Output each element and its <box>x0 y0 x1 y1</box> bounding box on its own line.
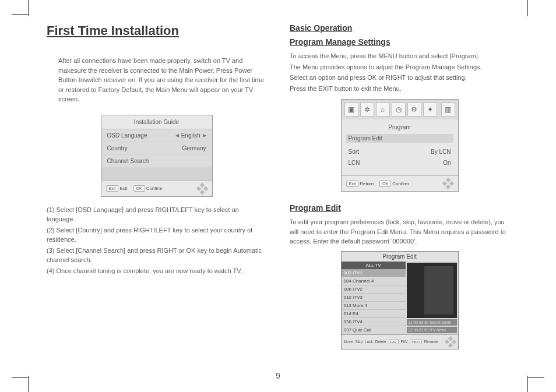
search-icon[interactable]: ⌕ <box>376 103 390 116</box>
confirm-label: Confirm <box>146 186 163 191</box>
program-menu-title: Program <box>346 122 453 134</box>
page-number: 9 <box>0 371 556 380</box>
epg-row: 22:30-22:50 ITV News <box>407 327 457 333</box>
tools-icon[interactable]: ✦ <box>423 103 437 116</box>
exit-key-icon: Exit <box>346 181 359 187</box>
pe-action-bar: Move Skip Lock Delete FAV FAV INFO Renam… <box>342 334 458 349</box>
epg-row: 21:00-22:30 Secret Smile <box>407 319 457 326</box>
ig-value: Germany <box>182 145 206 151</box>
heading-program-manage-settings: Program Manage Settings <box>290 37 509 47</box>
heading-basic-operation: Basic Operation <box>290 23 509 33</box>
ig-label: OSD Language <box>107 132 147 139</box>
program-edit-panel: Program Edit ALL TV 003 ITV1 004 Channel… <box>341 251 459 349</box>
pe-tab-alltv[interactable]: ALL TV <box>342 262 406 269</box>
ig-value: English <box>181 132 200 139</box>
page-title: First Time Installation <box>47 23 266 38</box>
skip-action[interactable]: Skip <box>355 340 363 344</box>
ok-key-icon: OK <box>379 181 391 187</box>
pe-title: Program Edit <box>342 252 458 262</box>
dpad-icon <box>445 337 456 347</box>
card-icon[interactable]: ▥ <box>441 103 455 116</box>
installation-guide-title: Installation Guide <box>101 115 212 129</box>
delete-action[interactable]: Delete <box>375 340 386 344</box>
tv-icon[interactable]: ▣ <box>344 103 358 116</box>
step-2: (2) Select [Country] and press RIGHT/LEF… <box>47 225 266 245</box>
dpad-icon <box>443 178 453 189</box>
program-menu-panel: ▣ ✲ ⌕ ◷ ⚙ ✦ ▥ Program Program Edit Sort … <box>341 99 459 192</box>
pms-line-3: Select an option and press OK or RIGHT t… <box>290 73 509 83</box>
step-4: (4) Once channel tuning is complete, you… <box>47 266 266 276</box>
clock-icon[interactable]: ◷ <box>392 103 406 116</box>
arrow-right-icon[interactable]: ▶ <box>203 133 206 138</box>
pms-line-1: To access the Menu, press the MENU butto… <box>290 51 509 61</box>
move-action[interactable]: Move <box>344 340 353 344</box>
exit-key-icon: Exit <box>106 185 119 192</box>
pm-value: On <box>443 160 451 166</box>
exit-label: Exit <box>119 186 127 191</box>
ok-key-icon: OK <box>133 185 145 192</box>
channel-row[interactable]: 037 Quiz Call <box>342 326 406 334</box>
pms-line-2: The Menu provides options to adjust the … <box>290 62 509 72</box>
fav-key-icon: FAV <box>389 340 399 344</box>
channel-row[interactable]: 013 More 4 <box>342 302 406 310</box>
pm-footer: ExitReturn OKConfirm <box>342 175 458 191</box>
channel-row[interactable]: 030 ITV4 <box>342 318 406 326</box>
intro-paragraph: After all connections have been made pro… <box>58 56 266 104</box>
pm-row-sort[interactable]: Sort By LCN <box>346 146 453 157</box>
gear-icon[interactable]: ⚙ <box>407 103 421 116</box>
fav-action[interactable]: FAV <box>401 340 408 344</box>
return-label: Return <box>360 181 374 186</box>
channel-row[interactable]: 004 Channel 4 <box>342 277 406 285</box>
channel-row[interactable]: 003 ITV1 <box>342 269 406 277</box>
confirm-label: Confirm <box>392 181 409 186</box>
step-1: (1) Select [OSD Language] and press RIGH… <box>47 205 266 224</box>
channel-row[interactable]: 014 E4 <box>342 310 406 318</box>
dpad-icon <box>197 183 207 194</box>
ig-row-osd-language[interactable]: OSD Language ◀ English ▶ <box>101 129 212 142</box>
arrow-left-icon[interactable]: ◀ <box>175 133 179 138</box>
preview-thumbnail <box>407 263 457 318</box>
installation-guide-panel: Installation Guide OSD Language ◀ Englis… <box>101 115 213 197</box>
lock-action[interactable]: Lock <box>365 340 373 344</box>
ig-row-channel-search[interactable]: Channel Search <box>101 155 212 168</box>
pm-row-lcn[interactable]: LCN On <box>346 157 453 168</box>
program-edit-item[interactable]: Program Edit <box>346 134 453 143</box>
ig-footer: ExitExit OKConfirm <box>101 181 212 196</box>
channel-row[interactable]: 010 ITV3 <box>342 294 406 302</box>
heading-program-edit: Program Edit <box>290 203 509 213</box>
pm-label: LCN <box>349 160 360 166</box>
reel-icon[interactable]: ✲ <box>360 103 374 116</box>
ig-label: Channel Search <box>107 158 149 164</box>
ig-row-country[interactable]: Country Germany <box>101 142 212 155</box>
rename-action[interactable]: Rename <box>424 340 439 344</box>
ig-label: Country <box>107 145 128 151</box>
pm-value: By LCN <box>431 149 451 155</box>
step-3: (3) Select [Channel Search] and press RI… <box>47 246 266 265</box>
channel-row[interactable]: 006 ITV2 <box>342 285 406 294</box>
pm-label: Sort <box>349 149 359 155</box>
pms-line-4: Press the EXIT button to exit the Menu. <box>290 84 509 94</box>
info-key-icon: INFO <box>410 340 421 344</box>
program-edit-paragraph: To edit your program preferences (lock, … <box>290 217 509 246</box>
